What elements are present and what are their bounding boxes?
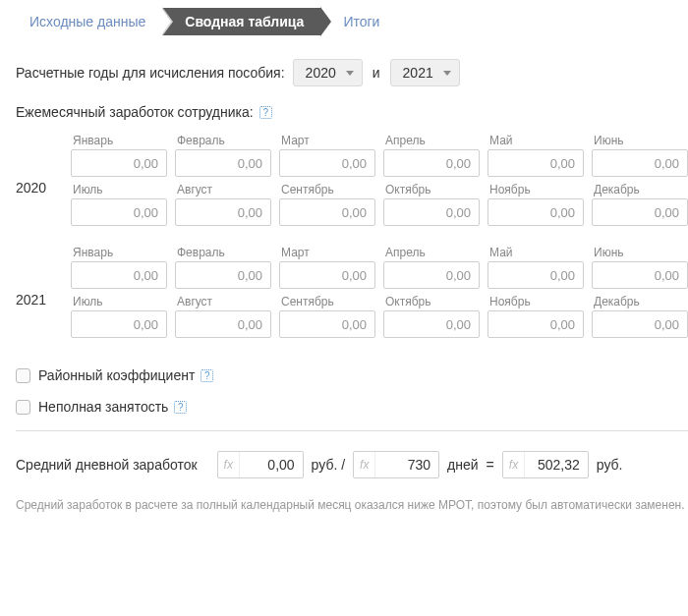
- month-header: Май: [487, 246, 584, 259]
- earnings-label: Ежемесячный заработок сотрудника:: [16, 104, 254, 120]
- earn-2020-mar[interactable]: [279, 149, 375, 177]
- year1-value: 2020: [306, 65, 336, 81]
- days-label: дней: [447, 457, 479, 473]
- earn-2020-dec[interactable]: [592, 198, 688, 226]
- rub-label: руб.: [597, 457, 623, 473]
- avg-daily-earnings-formula: Средний дневной заработок fx 0,00 руб. /…: [16, 451, 688, 478]
- tab-totals[interactable]: Итоги: [321, 8, 397, 35]
- equals: =: [487, 457, 494, 473]
- month-header: Январь: [71, 134, 167, 147]
- month-header: Август: [175, 183, 271, 196]
- month-header: Декабрь: [592, 183, 688, 196]
- district-coef-row: Районный коэффициент ?: [16, 367, 688, 383]
- earn-2020-jul[interactable]: [71, 198, 167, 226]
- earn-2021-jul[interactable]: [71, 310, 167, 338]
- month-header: Июнь: [592, 134, 688, 147]
- tab-summary-table[interactable]: Сводная таблица: [163, 8, 321, 35]
- result-value: 502,32: [525, 457, 588, 473]
- earn-2020-sep[interactable]: [279, 198, 375, 226]
- district-coef-label: Районный коэффициент: [38, 367, 195, 383]
- part-time-row: Неполная занятость ?: [16, 399, 688, 415]
- month-header: Июль: [71, 295, 167, 308]
- month-header: Май: [487, 134, 584, 147]
- earn-2020-apr[interactable]: [383, 149, 480, 177]
- earn-2020-may[interactable]: [487, 149, 584, 177]
- total-earnings-value: 0,00: [240, 457, 303, 473]
- earn-2021-dec[interactable]: [592, 310, 688, 338]
- calc-years-row: Расчетные годы для исчисления пособия: 2…: [16, 59, 688, 86]
- tab-source-data[interactable]: Исходные данные: [16, 8, 163, 35]
- avg-daily-label: Средний дневной заработок: [16, 457, 198, 473]
- earn-2021-may[interactable]: [487, 261, 584, 289]
- earn-2020-jan[interactable]: [71, 149, 167, 177]
- part-time-checkbox[interactable]: [16, 400, 30, 415]
- mrot-footnote: Средний заработок в расчете за полный ка…: [16, 498, 688, 512]
- earn-2021-apr[interactable]: [383, 261, 480, 289]
- year-label-2021: 2021: [16, 246, 71, 344]
- month-header: Сентябрь: [279, 183, 375, 196]
- year1-select[interactable]: 2020: [293, 59, 363, 86]
- earn-2021-oct[interactable]: [383, 310, 480, 338]
- year2-select[interactable]: 2021: [390, 59, 460, 86]
- chevron-down-icon: [443, 71, 451, 76]
- month-header: Сентябрь: [279, 295, 375, 308]
- result-input[interactable]: fx 502,32: [502, 451, 589, 478]
- month-header: Январь: [71, 246, 167, 259]
- earn-2021-sep[interactable]: [279, 310, 375, 338]
- month-header: Октябрь: [383, 295, 480, 308]
- month-header: Ноябрь: [487, 295, 584, 308]
- calc-years-label: Расчетные годы для исчисления пособия:: [16, 65, 285, 81]
- earn-2020-aug[interactable]: [175, 198, 271, 226]
- earnings-2020: 2020 Январь Февраль Март Апрель Май Июнь…: [16, 134, 688, 232]
- year2-value: 2021: [403, 65, 433, 81]
- month-header: Февраль: [175, 134, 271, 147]
- earnings-label-row: Ежемесячный заработок сотрудника: ?: [16, 104, 688, 120]
- earn-2020-oct[interactable]: [383, 198, 480, 226]
- month-header: Декабрь: [592, 295, 688, 308]
- month-header: Апрель: [383, 246, 480, 259]
- total-earnings-input[interactable]: fx 0,00: [217, 451, 304, 478]
- earn-2021-jan[interactable]: [71, 261, 167, 289]
- earn-2020-nov[interactable]: [487, 198, 584, 226]
- days-value: 730: [375, 457, 438, 473]
- fx-icon: fx: [503, 452, 525, 477]
- fx-icon: fx: [354, 452, 375, 477]
- month-header: Март: [279, 134, 375, 147]
- month-header: Июнь: [592, 246, 688, 259]
- month-header: Апрель: [383, 134, 480, 147]
- month-header: Август: [175, 295, 271, 308]
- help-icon[interactable]: ?: [174, 401, 187, 414]
- year-label-2020: 2020: [16, 134, 71, 232]
- chevron-down-icon: [346, 71, 354, 76]
- earn-2021-aug[interactable]: [175, 310, 271, 338]
- help-icon[interactable]: ?: [201, 369, 213, 382]
- month-header: Октябрь: [383, 183, 480, 196]
- month-header: Февраль: [175, 246, 271, 259]
- earn-2020-jun[interactable]: [592, 149, 688, 177]
- earnings-2021: 2021 Январь Февраль Март Апрель Май Июнь…: [16, 246, 688, 344]
- divider: [16, 430, 688, 431]
- month-header: Июль: [71, 183, 167, 196]
- earn-2021-feb[interactable]: [175, 261, 271, 289]
- district-coef-checkbox[interactable]: [16, 368, 30, 383]
- earn-2021-jun[interactable]: [592, 261, 688, 289]
- rub-slash: руб. /: [312, 457, 345, 473]
- earn-2020-feb[interactable]: [175, 149, 271, 177]
- days-input[interactable]: fx 730: [353, 451, 439, 478]
- earn-2021-mar[interactable]: [279, 261, 375, 289]
- part-time-label: Неполная занятость: [38, 399, 168, 415]
- help-icon[interactable]: ?: [259, 106, 272, 119]
- month-header: Ноябрь: [487, 183, 584, 196]
- breadcrumb-tabs: Исходные данные Сводная таблица Итоги: [16, 8, 688, 35]
- month-header: Март: [279, 246, 375, 259]
- earn-2021-nov[interactable]: [487, 310, 584, 338]
- years-and: и: [373, 65, 380, 81]
- footnote-text: Средний заработок в расчете за полный ка…: [16, 498, 688, 512]
- fx-icon: fx: [218, 452, 240, 477]
